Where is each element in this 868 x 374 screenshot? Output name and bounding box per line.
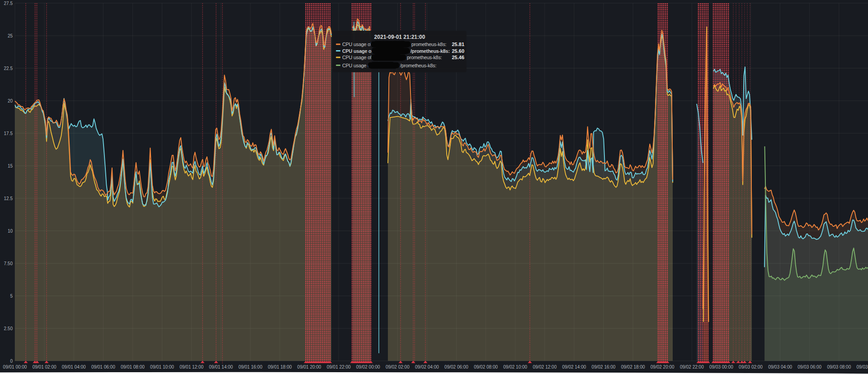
svg-text:09/01 02:00: 09/01 02:00 bbox=[33, 365, 57, 369]
svg-text:CPU usage of 1: CPU usage of 1 bbox=[342, 55, 376, 60]
svg-text:/prometheus-k8s:: /prometheus-k8s: bbox=[400, 63, 436, 68]
svg-text:09/01 06:00: 09/01 06:00 bbox=[91, 365, 115, 369]
svg-text:09/01 08:00: 09/01 08:00 bbox=[121, 365, 145, 369]
svg-text:09/03 04:00: 09/03 04:00 bbox=[768, 365, 792, 369]
svg-text:27.5: 27.5 bbox=[4, 1, 13, 6]
svg-text:/prometheus-k8s:: /prometheus-k8s: bbox=[410, 48, 450, 54]
svg-text:09/02 04:00: 09/02 04:00 bbox=[415, 365, 439, 369]
svg-text:09/02 02:00: 09/02 02:00 bbox=[386, 365, 410, 369]
svg-text:09/02 20:00: 09/02 20:00 bbox=[651, 365, 675, 369]
svg-text:09/03 00:00: 09/03 00:00 bbox=[709, 365, 733, 369]
svg-text:09/03 06:00: 09/03 06:00 bbox=[797, 365, 821, 369]
svg-text:09/01 00:00: 09/01 00:00 bbox=[3, 365, 27, 369]
svg-text:09/01 12:00: 09/01 12:00 bbox=[179, 365, 203, 369]
svg-text:12.5: 12.5 bbox=[4, 196, 13, 201]
svg-text:CPU usage of 1: CPU usage of 1 bbox=[342, 42, 376, 47]
svg-text:25.46: 25.46 bbox=[452, 55, 464, 60]
svg-text:09/01 10:00: 09/01 10:00 bbox=[150, 365, 174, 369]
svg-text:09/01 20:00: 09/01 20:00 bbox=[297, 365, 321, 369]
svg-text:25.81: 25.81 bbox=[452, 42, 464, 47]
svg-text:09/03 10:00: 09/03 10:00 bbox=[856, 365, 868, 369]
svg-text:20: 20 bbox=[8, 98, 13, 103]
svg-text:15: 15 bbox=[8, 164, 13, 168]
svg-text:25: 25 bbox=[8, 33, 13, 38]
svg-text:09/03 08:00: 09/03 08:00 bbox=[827, 365, 851, 369]
svg-text:09/01 18:00: 09/01 18:00 bbox=[268, 365, 292, 369]
svg-text:09/02 10:00: 09/02 10:00 bbox=[503, 365, 527, 369]
svg-text:5: 5 bbox=[10, 294, 13, 299]
svg-text:09/01 16:00: 09/01 16:00 bbox=[238, 365, 262, 369]
svg-text:2021-09-01 21:21:00: 2021-09-01 21:21:00 bbox=[374, 34, 425, 40]
svg-text:25.60: 25.60 bbox=[452, 48, 464, 54]
svg-text:09/02 18:00: 09/02 18:00 bbox=[621, 365, 645, 369]
svg-text:09/03 02:00: 09/03 02:00 bbox=[739, 365, 763, 369]
svg-text:09/02 12:00: 09/02 12:00 bbox=[533, 365, 557, 369]
svg-text:prometheus-k8s:: prometheus-k8s: bbox=[407, 55, 442, 60]
svg-text:09/01 04:00: 09/01 04:00 bbox=[62, 365, 86, 369]
svg-text:2.50: 2.50 bbox=[4, 326, 13, 331]
svg-text:0: 0 bbox=[10, 359, 13, 364]
svg-text:22.5: 22.5 bbox=[4, 66, 13, 71]
svg-text:09/01 22:00: 09/01 22:00 bbox=[327, 365, 351, 369]
svg-text:09/02 22:00: 09/02 22:00 bbox=[680, 365, 704, 369]
svg-text:09/02 06:00: 09/02 06:00 bbox=[444, 365, 468, 369]
svg-text:10: 10 bbox=[8, 229, 13, 234]
svg-text:09/02 00:00: 09/02 00:00 bbox=[356, 365, 380, 369]
svg-text:09/02 16:00: 09/02 16:00 bbox=[592, 365, 616, 369]
svg-text:09/01 14:00: 09/01 14:00 bbox=[209, 365, 233, 369]
svg-text:7.50: 7.50 bbox=[4, 261, 13, 266]
svg-text:09/02 08:00: 09/02 08:00 bbox=[474, 365, 498, 369]
svg-text:09/02 14:00: 09/02 14:00 bbox=[562, 365, 586, 369]
svg-text:17.5: 17.5 bbox=[4, 131, 13, 136]
svg-text:prometheus-k8s:: prometheus-k8s: bbox=[411, 42, 447, 47]
svg-text:CPU usage of: CPU usage of bbox=[342, 63, 372, 68]
